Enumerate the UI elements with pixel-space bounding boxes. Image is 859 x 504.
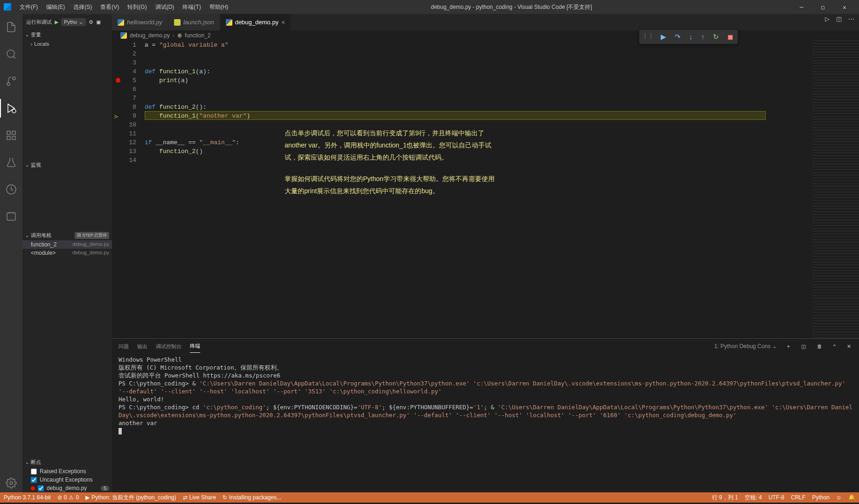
menu-item[interactable]: 选择(S): [70, 1, 96, 13]
encoding-status[interactable]: UTF-8: [768, 494, 784, 501]
step-into-button[interactable]: ↓: [687, 32, 695, 42]
watch-section-header[interactable]: ⌄ 监视: [22, 160, 112, 170]
more-actions-button[interactable]: ⋯: [848, 15, 854, 32]
run-file-button[interactable]: ▷: [825, 15, 830, 32]
search-icon[interactable]: [0, 45, 22, 63]
split-terminal-button[interactable]: ◫: [800, 343, 807, 350]
kill-terminal-button[interactable]: 🗑: [816, 343, 824, 349]
tab-actions: ▷ ◫ ⋯: [825, 15, 854, 32]
debug-sidebar: 运行和调试 ▶ Pytho ⌄ ⚙ ▣ ⌄ 变量 › Locals ⌄ 监视 ⌄…: [22, 14, 112, 492]
python-file-icon: [120, 32, 127, 39]
svg-rect-6: [7, 136, 10, 140]
panel-tab[interactable]: 调试控制台: [156, 340, 182, 353]
stack-frame[interactable]: function_2 debug_demo.py: [22, 240, 112, 249]
close-panel-button[interactable]: ✕: [845, 343, 852, 350]
vscode-logo-icon: [4, 3, 11, 11]
maximize-panel-button[interactable]: ^: [832, 343, 837, 349]
debug-config-dropdown[interactable]: Pytho ⌄: [61, 18, 86, 26]
menu-item[interactable]: 查看(V): [97, 1, 123, 13]
stop-button[interactable]: ◼: [726, 32, 735, 42]
editor-tab[interactable]: launch.json: [168, 14, 220, 30]
eol-status[interactable]: CRLF: [791, 494, 805, 501]
debug-status[interactable]: ▶Python: 当前文件 (python_coding): [85, 494, 176, 502]
variables-section-header[interactable]: ⌄ 变量: [22, 30, 112, 40]
menu-item[interactable]: 文件(F): [16, 1, 42, 13]
breakpoint-item[interactable]: Uncaught Exceptions: [22, 476, 112, 484]
menu-item[interactable]: 转到(G): [124, 1, 150, 13]
breakpoint-checkbox[interactable]: [38, 485, 44, 491]
svg-rect-4: [7, 131, 10, 134]
grip-icon[interactable]: ⋮⋮: [642, 32, 654, 42]
breakpoints-section-header[interactable]: ⌄ 断点: [22, 457, 112, 467]
panel-tab[interactable]: 问题: [119, 340, 129, 353]
source-control-icon[interactable]: [0, 72, 22, 91]
breadcrumb[interactable]: debug_demo.py › ⊕ function_2: [112, 30, 859, 41]
close-button[interactable]: ✕: [834, 0, 855, 14]
settings-gear-icon[interactable]: [0, 474, 22, 492]
language-status[interactable]: Python: [812, 494, 829, 501]
close-tab-button[interactable]: ×: [281, 19, 285, 26]
debug-config-gear-icon[interactable]: ⚙: [89, 19, 93, 25]
terminal-content[interactable]: Windows PowerShell版权所有 (C) Microsoft Cor…: [112, 354, 859, 492]
svg-rect-7: [12, 136, 15, 140]
extensions-icon[interactable]: [0, 126, 22, 145]
notifications-icon[interactable]: 🔔: [848, 494, 855, 501]
breakpoint-checkbox[interactable]: [31, 469, 37, 475]
editor-tab[interactable]: debug_demo.py×: [220, 14, 291, 30]
testing-icon[interactable]: [0, 153, 22, 172]
minimize-button[interactable]: ─: [791, 0, 812, 14]
menu-item[interactable]: 终端(T): [179, 1, 204, 13]
menu-item[interactable]: 调试(D): [152, 1, 178, 13]
continue-button[interactable]: ▶: [659, 32, 668, 42]
new-terminal-button[interactable]: +: [785, 343, 791, 349]
stack-frame[interactable]: <module> debug_demo.py: [22, 249, 112, 257]
python-version[interactable]: Python 3.7.1 64-bit: [4, 494, 51, 501]
debug-console-icon[interactable]: ▣: [96, 19, 101, 25]
svg-rect-5: [12, 131, 15, 134]
run-debug-icon[interactable]: [0, 99, 22, 118]
panel-tab[interactable]: 输出: [137, 340, 147, 353]
editor-tab[interactable]: helloworld.py: [112, 14, 168, 30]
breakpoint-checkbox[interactable]: [31, 477, 37, 483]
live-share-status[interactable]: ⇄Live Share: [183, 494, 216, 501]
panel-tab[interactable]: 终端: [190, 340, 200, 353]
editor-tabs: helloworld.pylaunch.jsondebug_demo.py×: [112, 14, 859, 30]
callstack-section-header[interactable]: ⌄ 调用堆栈 因 STEP 已暂停: [22, 231, 112, 240]
step-out-button[interactable]: ↑: [699, 32, 707, 42]
start-debug-button[interactable]: ▶: [55, 19, 58, 25]
locals-header[interactable]: › Locals: [22, 40, 112, 48]
window-controls: ─ ◻ ✕: [791, 0, 855, 14]
chevron-right-icon: ›: [31, 42, 32, 47]
installing-status[interactable]: ↻Installing packages...: [223, 494, 281, 501]
problems-status[interactable]: ⊘0 ⚠0: [57, 494, 79, 501]
menu-bar: 文件(F)编辑(E)选择(S)查看(V)转到(G)调试(D)终端(T)帮助(H): [16, 1, 232, 13]
breakpoint-item[interactable]: Raised Exceptions: [22, 467, 112, 476]
restart-button[interactable]: ↻: [711, 32, 721, 42]
split-editor-button[interactable]: ◫: [836, 15, 842, 32]
svg-rect-9: [7, 213, 15, 220]
timeline-icon[interactable]: [0, 180, 22, 199]
code-editor[interactable]: 1234567891011121314▷ a = "global variabl…: [112, 41, 859, 338]
current-line-highlight: [145, 111, 766, 120]
editor-area: helloworld.pylaunch.jsondebug_demo.py× ⋮…: [112, 14, 859, 492]
breakpoint-item[interactable]: debug_demo.py 5: [22, 484, 112, 492]
menu-item[interactable]: 编辑(E): [42, 1, 69, 13]
terminal-selector[interactable]: 1: Python Debug Cons ⌄: [714, 343, 777, 350]
file-icon: [226, 19, 232, 26]
feedback-icon[interactable]: ☺: [836, 494, 842, 501]
step-over-button[interactable]: ↷: [673, 32, 683, 42]
code-content[interactable]: a = "global variable a"def function_1(a)…: [145, 41, 812, 338]
menu-item[interactable]: 帮助(H): [206, 1, 232, 13]
activity-bar: [0, 14, 22, 492]
cursor-position[interactable]: 行 9，列 1: [712, 494, 738, 502]
accounts-icon[interactable]: [0, 207, 22, 226]
maximize-button[interactable]: ◻: [812, 0, 834, 14]
explorer-icon[interactable]: [0, 18, 22, 36]
file-icon: [118, 19, 124, 26]
debug-toolbar[interactable]: ⋮⋮ ▶ ↷ ↓ ↑ ↻ ◼: [639, 30, 738, 44]
gutter[interactable]: 1234567891011121314▷: [112, 41, 145, 338]
breakpoint-dot-icon[interactable]: [116, 78, 120, 83]
indentation-status[interactable]: 空格: 4: [745, 494, 762, 502]
minimap[interactable]: [812, 41, 859, 338]
svg-point-0: [7, 50, 14, 57]
